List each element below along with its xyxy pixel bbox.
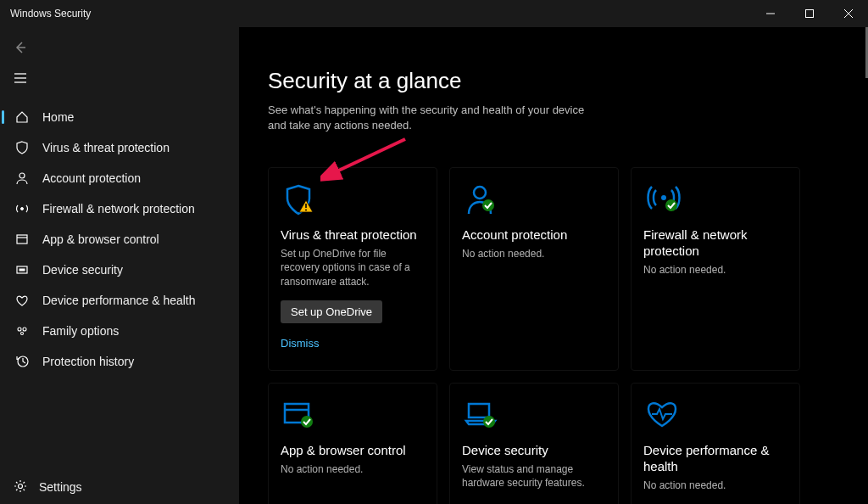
page-title: Security at a glance bbox=[268, 68, 851, 94]
dismiss-link[interactable]: Dismiss bbox=[281, 337, 320, 350]
window-maximize-button[interactable] bbox=[790, 0, 829, 27]
sidebar-item-home[interactable]: Home bbox=[0, 102, 239, 132]
sidebar-item-label: Virus & threat protection bbox=[42, 141, 170, 154]
sidebar-item-label: Device performance & health bbox=[42, 294, 196, 307]
heart-pulse-icon bbox=[643, 397, 681, 436]
card-desc: No action needed. bbox=[281, 462, 425, 476]
history-icon bbox=[14, 355, 31, 368]
sidebar-item-performance-health[interactable]: Device performance & health bbox=[0, 285, 239, 316]
card-title: Virus & threat protection bbox=[281, 227, 425, 244]
card-desc: No action needed. bbox=[643, 263, 787, 277]
svg-point-24 bbox=[665, 199, 677, 211]
card-title: App & browser control bbox=[281, 443, 425, 459]
svg-point-20 bbox=[305, 210, 307, 211]
sidebar-item-protection-history[interactable]: Protection history bbox=[0, 346, 239, 377]
setup-onedrive-button[interactable]: Set up OneDrive bbox=[281, 300, 382, 323]
card-virus-threat[interactable]: Virus & threat protection Set up OneDriv… bbox=[268, 167, 437, 371]
sidebar-item-label: Account protection bbox=[42, 171, 141, 185]
sidebar-item-label: Family options bbox=[42, 324, 119, 338]
svg-point-22 bbox=[482, 199, 494, 211]
page-subtitle: See what's happening with the security a… bbox=[268, 103, 590, 133]
sidebar-item-family[interactable]: Family options bbox=[0, 316, 239, 346]
signal-icon bbox=[14, 202, 31, 216]
person-check-icon bbox=[462, 182, 498, 221]
window-close-button[interactable] bbox=[829, 0, 868, 27]
card-title: Firewall & network protection bbox=[643, 227, 787, 260]
window-icon bbox=[14, 232, 31, 246]
back-button[interactable] bbox=[0, 32, 239, 63]
home-icon bbox=[14, 110, 31, 124]
card-app-browser[interactable]: App & browser control No action needed. bbox=[268, 383, 437, 504]
sidebar-item-account-protection[interactable]: Account protection bbox=[0, 163, 239, 193]
gear-icon bbox=[14, 479, 27, 496]
svg-point-16 bbox=[21, 333, 24, 335]
svg-point-23 bbox=[661, 195, 666, 200]
sidebar-item-device-security[interactable]: Device security bbox=[0, 255, 239, 285]
svg-point-8 bbox=[19, 173, 25, 178]
card-desc: No action needed. bbox=[462, 247, 606, 260]
titlebar: Windows Security bbox=[0, 0, 868, 27]
svg-rect-1 bbox=[806, 10, 814, 18]
sidebar: Home Virus & threat protection Account p… bbox=[0, 27, 239, 504]
sidebar-item-virus-threat[interactable]: Virus & threat protection bbox=[0, 132, 239, 163]
card-desc: No action needed. bbox=[643, 479, 787, 492]
card-title: Device security bbox=[462, 443, 606, 459]
svg-point-29 bbox=[483, 416, 495, 428]
card-account-protection[interactable]: Account protection No action needed. bbox=[449, 167, 619, 371]
window-minimize-button[interactable] bbox=[751, 0, 790, 27]
card-title: Device performance & health bbox=[643, 443, 787, 475]
chip-icon bbox=[14, 263, 31, 277]
sidebar-item-settings[interactable]: Settings bbox=[0, 470, 239, 504]
sidebar-item-label: Settings bbox=[39, 480, 82, 494]
card-desc: Set up OneDrive for file recovery option… bbox=[281, 247, 425, 288]
sidebar-item-label: Protection history bbox=[42, 355, 134, 368]
heart-icon bbox=[14, 294, 31, 307]
card-performance-health[interactable]: Device performance & health No action ne… bbox=[631, 383, 800, 504]
svg-rect-28 bbox=[469, 404, 489, 417]
window-check-icon bbox=[281, 397, 316, 436]
svg-point-18 bbox=[19, 484, 23, 488]
laptop-check-icon bbox=[462, 397, 499, 436]
main-content: Security at a glance See what's happenin… bbox=[239, 27, 868, 504]
sidebar-item-label: Device security bbox=[42, 263, 123, 277]
svg-point-27 bbox=[301, 416, 313, 428]
svg-point-15 bbox=[23, 328, 26, 331]
svg-point-9 bbox=[21, 208, 24, 210]
menu-button[interactable] bbox=[0, 63, 239, 93]
signal-check-icon bbox=[643, 182, 684, 221]
svg-rect-10 bbox=[17, 235, 27, 244]
card-title: Account protection bbox=[462, 227, 606, 244]
svg-rect-13 bbox=[19, 269, 25, 271]
svg-point-21 bbox=[474, 187, 486, 199]
card-firewall[interactable]: Firewall & network protection No action … bbox=[631, 167, 800, 371]
family-icon bbox=[14, 324, 31, 338]
sidebar-item-firewall[interactable]: Firewall & network protection bbox=[0, 193, 239, 224]
window-title: Windows Security bbox=[10, 8, 91, 20]
card-device-security[interactable]: Device security View status and manage h… bbox=[449, 383, 619, 504]
person-icon bbox=[14, 171, 31, 185]
sidebar-item-label: Firewall & network protection bbox=[42, 202, 195, 216]
shield-warning-icon bbox=[281, 182, 316, 221]
card-desc: View status and manage hardware security… bbox=[462, 462, 606, 490]
sidebar-item-label: Home bbox=[42, 110, 74, 124]
sidebar-item-app-browser[interactable]: App & browser control bbox=[0, 224, 239, 255]
svg-point-14 bbox=[18, 328, 21, 331]
shield-icon bbox=[14, 141, 31, 154]
sidebar-item-label: App & browser control bbox=[42, 232, 159, 246]
